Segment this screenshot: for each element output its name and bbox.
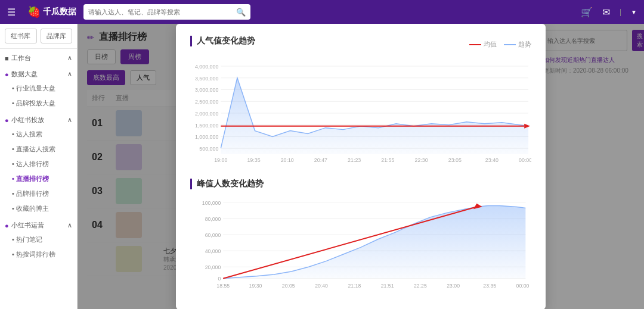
svg-text:20:47: 20:47 bbox=[314, 157, 327, 163]
legend-mean-line bbox=[469, 44, 481, 45]
svg-text:500,000: 500,000 bbox=[199, 146, 218, 152]
sidebar-item-brand-rank[interactable]: • 品牌排行榜 bbox=[0, 186, 77, 201]
data-icon: ● bbox=[5, 71, 9, 78]
sidebar-item-hot-notes[interactable]: • 热门笔记 bbox=[0, 232, 77, 247]
svg-text:21:23: 21:23 bbox=[348, 157, 361, 163]
svg-text:00:00: 00:00 bbox=[516, 283, 530, 289]
brand-library-button[interactable]: 品牌库 bbox=[41, 29, 73, 43]
svg-text:1,000,000: 1,000,000 bbox=[195, 134, 218, 140]
svg-text:23:40: 23:40 bbox=[485, 157, 499, 163]
chevron-launch-icon: ∧ bbox=[67, 116, 72, 124]
svg-text:3,500,000: 3,500,000 bbox=[195, 75, 218, 81]
workbench-icon: ■ bbox=[5, 55, 9, 62]
svg-text:100,000: 100,000 bbox=[202, 199, 221, 205]
main-content: ✏ 直播排行榜 日榜 周榜 底数最高 人气 排行 直播 购买意向人数 ⓘ 操作 bbox=[78, 24, 644, 309]
search-icon[interactable]: 🔍 bbox=[236, 8, 246, 17]
svg-text:22:25: 22:25 bbox=[414, 283, 427, 289]
modal-dialog: 人气值变化趋势 均值 趋势 bbox=[176, 24, 546, 309]
menu-icon[interactable]: ☰ bbox=[7, 7, 16, 18]
sidebar-item-saved-blogger[interactable]: • 收藏的博主 bbox=[0, 201, 77, 216]
svg-text:19:30: 19:30 bbox=[249, 283, 262, 289]
chevron-op-icon: ∧ bbox=[67, 221, 72, 229]
sidebar-item-live-rank[interactable]: • 直播排行榜 bbox=[0, 171, 77, 186]
svg-text:20:40: 20:40 bbox=[315, 283, 328, 289]
modal-title-1: 人气值变化趋势 bbox=[190, 36, 255, 46]
sidebar-item-brand-launch[interactable]: • 品牌投放大盘 bbox=[0, 96, 77, 111]
svg-text:19:00: 19:00 bbox=[214, 157, 227, 163]
chevron-data-icon: ∧ bbox=[67, 70, 72, 78]
legend-mean: 均值 bbox=[469, 40, 497, 49]
svg-text:20:10: 20:10 bbox=[281, 157, 294, 163]
svg-text:1,500,000: 1,500,000 bbox=[195, 122, 218, 128]
svg-text:22:30: 22:30 bbox=[414, 157, 428, 163]
svg-text:60,000: 60,000 bbox=[205, 232, 221, 238]
search-input[interactable] bbox=[88, 8, 233, 15]
sidebar-section-operation[interactable]: ● 小红书运营 ∧ bbox=[0, 216, 77, 232]
chevron-icon: ∧ bbox=[67, 54, 72, 62]
svg-text:40,000: 40,000 bbox=[205, 248, 221, 254]
chart-2: 100,000 80,000 60,000 40,000 20,000 0 bbox=[190, 196, 531, 292]
sidebar-top-buttons: 红书库 品牌库 bbox=[0, 24, 77, 49]
sidebar-item-live-kol-search[interactable]: • 直播达人搜索 bbox=[0, 142, 77, 157]
svg-text:23:35: 23:35 bbox=[483, 283, 496, 289]
svg-text:80,000: 80,000 bbox=[205, 216, 221, 221]
sidebar-item-kol-search[interactable]: • 达人搜索 bbox=[0, 127, 77, 142]
operation-icon: ● bbox=[5, 222, 9, 229]
modal-title-2: 峰值人数变化趋势 bbox=[190, 179, 531, 189]
svg-text:23:05: 23:05 bbox=[448, 157, 462, 163]
svg-text:0: 0 bbox=[218, 275, 221, 281]
svg-text:21:55: 21:55 bbox=[381, 157, 394, 163]
svg-text:18:55: 18:55 bbox=[216, 283, 230, 289]
user-dropdown[interactable]: ▼ bbox=[631, 9, 637, 15]
legend-trend-line bbox=[504, 44, 516, 45]
cart-icon[interactable]: 🛒 bbox=[581, 7, 593, 18]
svg-text:21:51: 21:51 bbox=[381, 283, 394, 289]
svg-text:4,000,000: 4,000,000 bbox=[195, 64, 218, 70]
app-header: ☰ 🍓 千瓜数据 🔍 🛒 ✉ | ▼ bbox=[0, 0, 644, 24]
logo-icon: 🍓 bbox=[27, 5, 41, 18]
modal-section-header-1: 人气值变化趋势 均值 趋势 bbox=[190, 36, 531, 54]
svg-text:19:35: 19:35 bbox=[247, 157, 260, 163]
svg-text:2,500,000: 2,500,000 bbox=[195, 99, 218, 105]
sidebar-item-industry-flow[interactable]: • 行业流量大盘 bbox=[0, 81, 77, 96]
app-logo: 🍓 千瓜数据 bbox=[27, 5, 76, 18]
svg-text:2,000,000: 2,000,000 bbox=[195, 110, 218, 116]
svg-text:20,000: 20,000 bbox=[205, 264, 221, 270]
header-right: 🛒 ✉ | ▼ bbox=[581, 7, 637, 18]
modal-section-peak: 峰值人数变化趋势 100,000 80,000 60,000 40,000 20… bbox=[190, 179, 531, 292]
svg-text:20:05: 20:05 bbox=[282, 283, 295, 289]
legend-trend: 趋势 bbox=[504, 40, 531, 49]
sidebar-item-hot-search-rank[interactable]: • 热搜词排行榜 bbox=[0, 247, 77, 262]
svg-text:00:00: 00:00 bbox=[519, 157, 531, 163]
svg-text:23:00: 23:00 bbox=[447, 283, 460, 289]
main-layout: 红书库 品牌库 ■ 工作台 ∧ ● 数据大盘 ∧ • 行业流量大盘 • 品牌投放… bbox=[0, 24, 644, 309]
modal-overlay[interactable]: 人气值变化趋势 均值 趋势 bbox=[78, 24, 644, 309]
red-library-button[interactable]: 红书库 bbox=[5, 29, 37, 43]
chart-1: 4,000,000 3,500,000 3,000,000 2,500,000 … bbox=[190, 60, 531, 167]
modal-section-popularity: 人气值变化趋势 均值 趋势 bbox=[190, 36, 531, 167]
sidebar-item-kol-rank[interactable]: • 达人排行榜 bbox=[0, 157, 77, 171]
search-bar[interactable]: 🔍 bbox=[83, 4, 250, 20]
sidebar: 红书库 品牌库 ■ 工作台 ∧ ● 数据大盘 ∧ • 行业流量大盘 • 品牌投放… bbox=[0, 24, 78, 309]
launch-icon: ● bbox=[5, 117, 9, 124]
sidebar-section-workbench[interactable]: ■ 工作台 ∧ bbox=[0, 49, 77, 65]
sidebar-section-launch[interactable]: ● 小红书投放 ∧ bbox=[0, 111, 77, 127]
mail-icon[interactable]: ✉ bbox=[602, 7, 610, 18]
svg-text:21:18: 21:18 bbox=[348, 283, 361, 289]
modal-legend-1: 均值 趋势 bbox=[469, 40, 531, 49]
sidebar-section-data[interactable]: ● 数据大盘 ∧ bbox=[0, 65, 77, 81]
svg-text:3,000,000: 3,000,000 bbox=[195, 87, 218, 93]
